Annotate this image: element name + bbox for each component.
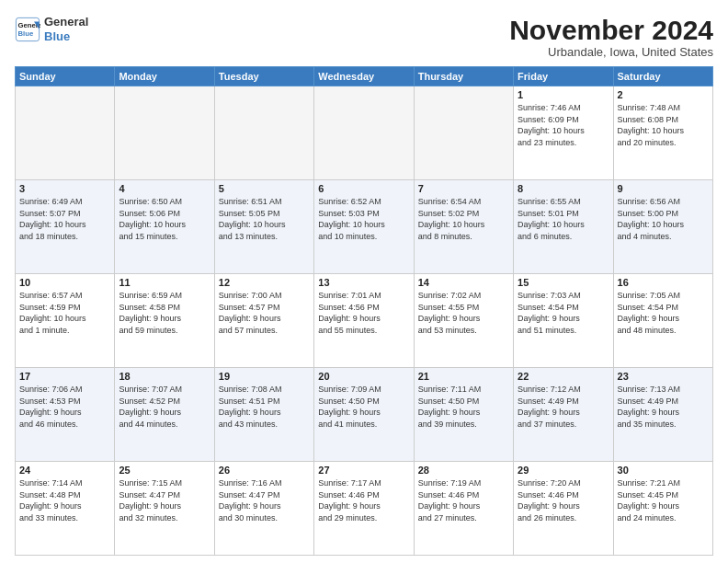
page: General Blue General Blue November 2024 … xyxy=(0,0,728,563)
calendar-week-row: 17Sunrise: 7:06 AM Sunset: 4:53 PM Dayli… xyxy=(16,368,713,462)
calendar-week-row: 24Sunrise: 7:14 AM Sunset: 4:48 PM Dayli… xyxy=(16,462,713,556)
table-row: 3Sunrise: 6:49 AM Sunset: 5:07 PM Daylig… xyxy=(16,180,115,274)
table-row: 27Sunrise: 7:17 AM Sunset: 4:46 PM Dayli… xyxy=(314,462,414,556)
table-row: 8Sunrise: 6:55 AM Sunset: 5:01 PM Daylig… xyxy=(514,180,613,274)
day-info: Sunrise: 7:09 AM Sunset: 4:50 PM Dayligh… xyxy=(318,384,409,430)
day-number: 21 xyxy=(418,371,509,382)
table-row: 11Sunrise: 6:59 AM Sunset: 4:58 PM Dayli… xyxy=(115,274,214,368)
logo: General Blue General Blue xyxy=(15,15,88,43)
day-number: 9 xyxy=(618,183,709,194)
day-info: Sunrise: 6:56 AM Sunset: 5:00 PM Dayligh… xyxy=(618,196,709,242)
day-number: 12 xyxy=(219,277,310,288)
day-number: 18 xyxy=(119,371,210,382)
day-info: Sunrise: 7:46 AM Sunset: 6:09 PM Dayligh… xyxy=(518,102,609,148)
day-number: 25 xyxy=(119,465,210,476)
table-row: 7Sunrise: 6:54 AM Sunset: 5:02 PM Daylig… xyxy=(414,180,513,274)
table-row: 5Sunrise: 6:51 AM Sunset: 5:05 PM Daylig… xyxy=(214,180,313,274)
table-row: 17Sunrise: 7:06 AM Sunset: 4:53 PM Dayli… xyxy=(16,368,115,462)
table-row: 25Sunrise: 7:15 AM Sunset: 4:47 PM Dayli… xyxy=(115,462,214,556)
table-row xyxy=(16,86,115,180)
header: General Blue General Blue November 2024 … xyxy=(15,15,713,59)
calendar-header-row: Sunday Monday Tuesday Wednesday Thursday… xyxy=(16,67,713,86)
day-info: Sunrise: 7:13 AM Sunset: 4:49 PM Dayligh… xyxy=(618,384,709,430)
day-info: Sunrise: 7:12 AM Sunset: 4:49 PM Dayligh… xyxy=(518,384,609,430)
day-number: 7 xyxy=(418,183,509,194)
table-row: 30Sunrise: 7:21 AM Sunset: 4:45 PM Dayli… xyxy=(613,462,712,556)
day-info: Sunrise: 7:16 AM Sunset: 4:47 PM Dayligh… xyxy=(219,477,310,523)
day-info: Sunrise: 7:14 AM Sunset: 4:48 PM Dayligh… xyxy=(19,477,110,523)
day-info: Sunrise: 6:52 AM Sunset: 5:03 PM Dayligh… xyxy=(318,196,409,242)
table-row: 28Sunrise: 7:19 AM Sunset: 4:46 PM Dayli… xyxy=(414,462,513,556)
day-info: Sunrise: 6:54 AM Sunset: 5:02 PM Dayligh… xyxy=(418,196,509,242)
table-row: 18Sunrise: 7:07 AM Sunset: 4:52 PM Dayli… xyxy=(115,368,214,462)
day-info: Sunrise: 7:21 AM Sunset: 4:45 PM Dayligh… xyxy=(618,477,709,523)
table-row: 10Sunrise: 6:57 AM Sunset: 4:59 PM Dayli… xyxy=(16,274,115,368)
day-info: Sunrise: 7:20 AM Sunset: 4:46 PM Dayligh… xyxy=(518,477,609,523)
logo-icon: General Blue xyxy=(15,17,40,42)
table-row: 12Sunrise: 7:00 AM Sunset: 4:57 PM Dayli… xyxy=(214,274,313,368)
col-thursday: Thursday xyxy=(414,67,513,86)
month-title: November 2024 xyxy=(509,15,713,45)
day-number: 27 xyxy=(318,465,409,476)
day-info: Sunrise: 7:11 AM Sunset: 4:50 PM Dayligh… xyxy=(418,384,509,430)
col-tuesday: Tuesday xyxy=(214,67,313,86)
day-number: 11 xyxy=(119,277,210,288)
day-info: Sunrise: 7:05 AM Sunset: 4:54 PM Dayligh… xyxy=(618,290,709,336)
title-block: November 2024 Urbandale, Iowa, United St… xyxy=(509,15,713,59)
day-info: Sunrise: 6:49 AM Sunset: 5:07 PM Dayligh… xyxy=(19,196,110,242)
col-sunday: Sunday xyxy=(16,67,115,86)
day-info: Sunrise: 7:01 AM Sunset: 4:56 PM Dayligh… xyxy=(318,290,409,336)
day-number: 23 xyxy=(618,371,709,382)
day-info: Sunrise: 7:15 AM Sunset: 4:47 PM Dayligh… xyxy=(119,477,210,523)
day-info: Sunrise: 7:00 AM Sunset: 4:57 PM Dayligh… xyxy=(219,290,310,336)
calendar-week-row: 10Sunrise: 6:57 AM Sunset: 4:59 PM Dayli… xyxy=(16,274,713,368)
day-number: 4 xyxy=(119,183,210,194)
day-number: 28 xyxy=(418,465,509,476)
calendar-table: Sunday Monday Tuesday Wednesday Thursday… xyxy=(15,66,713,556)
day-info: Sunrise: 7:17 AM Sunset: 4:46 PM Dayligh… xyxy=(318,477,409,523)
table-row xyxy=(414,86,513,180)
day-number: 22 xyxy=(518,371,609,382)
day-info: Sunrise: 7:48 AM Sunset: 6:08 PM Dayligh… xyxy=(618,102,709,148)
day-number: 1 xyxy=(518,89,609,100)
table-row: 4Sunrise: 6:50 AM Sunset: 5:06 PM Daylig… xyxy=(115,180,214,274)
table-row: 20Sunrise: 7:09 AM Sunset: 4:50 PM Dayli… xyxy=(314,368,414,462)
table-row: 2Sunrise: 7:48 AM Sunset: 6:08 PM Daylig… xyxy=(613,86,712,180)
day-info: Sunrise: 7:02 AM Sunset: 4:55 PM Dayligh… xyxy=(418,290,509,336)
day-info: Sunrise: 6:59 AM Sunset: 4:58 PM Dayligh… xyxy=(119,290,210,336)
table-row: 26Sunrise: 7:16 AM Sunset: 4:47 PM Dayli… xyxy=(214,462,313,556)
table-row: 23Sunrise: 7:13 AM Sunset: 4:49 PM Dayli… xyxy=(613,368,712,462)
col-wednesday: Wednesday xyxy=(314,67,414,86)
day-number: 10 xyxy=(19,277,110,288)
day-info: Sunrise: 6:51 AM Sunset: 5:05 PM Dayligh… xyxy=(219,196,310,242)
table-row: 13Sunrise: 7:01 AM Sunset: 4:56 PM Dayli… xyxy=(314,274,414,368)
day-info: Sunrise: 7:03 AM Sunset: 4:54 PM Dayligh… xyxy=(518,290,609,336)
logo-text-line2: Blue xyxy=(44,29,88,44)
day-number: 30 xyxy=(618,465,709,476)
day-info: Sunrise: 6:50 AM Sunset: 5:06 PM Dayligh… xyxy=(119,196,210,242)
day-number: 17 xyxy=(19,371,110,382)
calendar-week-row: 1Sunrise: 7:46 AM Sunset: 6:09 PM Daylig… xyxy=(16,86,713,180)
day-number: 3 xyxy=(19,183,110,194)
day-number: 26 xyxy=(219,465,310,476)
col-monday: Monday xyxy=(115,67,214,86)
day-number: 14 xyxy=(418,277,509,288)
day-info: Sunrise: 6:57 AM Sunset: 4:59 PM Dayligh… xyxy=(19,290,110,336)
table-row xyxy=(314,86,414,180)
day-number: 5 xyxy=(219,183,310,194)
day-number: 8 xyxy=(518,183,609,194)
table-row: 22Sunrise: 7:12 AM Sunset: 4:49 PM Dayli… xyxy=(514,368,613,462)
day-number: 2 xyxy=(618,89,709,100)
day-number: 24 xyxy=(19,465,110,476)
day-info: Sunrise: 7:08 AM Sunset: 4:51 PM Dayligh… xyxy=(219,384,310,430)
table-row xyxy=(115,86,214,180)
table-row: 19Sunrise: 7:08 AM Sunset: 4:51 PM Dayli… xyxy=(214,368,313,462)
location-subtitle: Urbandale, Iowa, United States xyxy=(509,45,713,59)
table-row: 21Sunrise: 7:11 AM Sunset: 4:50 PM Dayli… xyxy=(414,368,513,462)
day-info: Sunrise: 6:55 AM Sunset: 5:01 PM Dayligh… xyxy=(518,196,609,242)
table-row: 14Sunrise: 7:02 AM Sunset: 4:55 PM Dayli… xyxy=(414,274,513,368)
table-row: 9Sunrise: 6:56 AM Sunset: 5:00 PM Daylig… xyxy=(613,180,712,274)
col-saturday: Saturday xyxy=(613,67,712,86)
table-row: 16Sunrise: 7:05 AM Sunset: 4:54 PM Dayli… xyxy=(613,274,712,368)
day-info: Sunrise: 7:07 AM Sunset: 4:52 PM Dayligh… xyxy=(119,384,210,430)
